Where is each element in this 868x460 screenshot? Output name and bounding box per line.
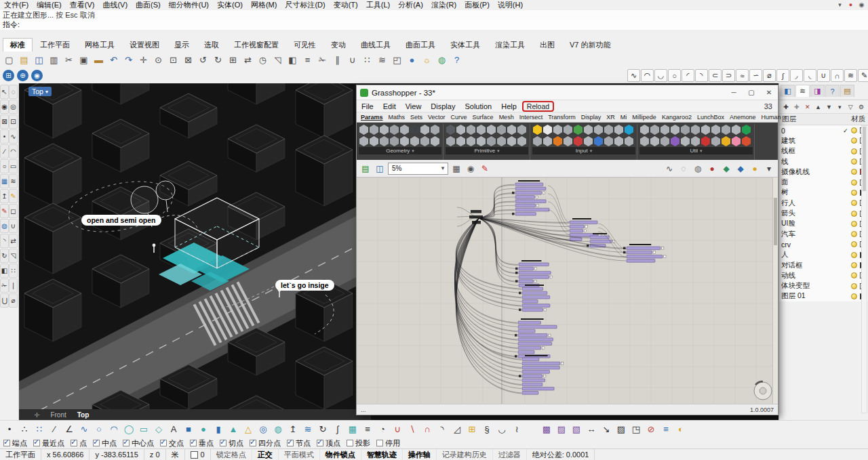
gh-component-icon[interactable] [671,136,679,146]
layer-row[interactable]: crv [779,239,868,249]
layer-visibility-bulb-icon[interactable] [851,127,857,133]
mirror-icon[interactable]: ◧ [285,53,300,66]
gh-tab[interactable]: Maths [386,114,408,121]
gh-component-icon[interactable] [691,136,700,146]
gh-group-label[interactable]: Geometry [359,147,441,154]
gh-component-icon[interactable] [640,125,649,135]
scale-icon[interactable]: ◹ [271,53,285,66]
redo-icon[interactable]: ↷ [121,53,136,66]
select-pointer-icon[interactable]: ↖ [0,85,9,99]
curve-icon[interactable]: ∿ [77,423,91,436]
gh-component-icon[interactable] [543,136,552,146]
toolbar-tab[interactable]: 选取 [197,38,226,51]
sphere-tool-icon[interactable]: ◍ [0,219,9,233]
circle-tool-icon[interactable]: ○ [0,159,9,173]
red-pen-icon[interactable]: ✎ [479,163,491,175]
menu-item[interactable]: 说明(H) [494,0,527,10]
arc-icon[interactable]: ◠ [641,69,654,82]
toolbar-tab[interactable]: 可见性 [286,38,323,51]
properties-icon[interactable]: ◰ [390,53,404,66]
menu-item[interactable]: 尺寸标注(D) [281,0,329,10]
status-toggle[interactable]: 物件锁点 [320,449,361,460]
points-icon[interactable]: ∴ [18,423,31,436]
layer-name[interactable]: 箭头 [781,209,843,218]
layer-visibility-bulb-icon[interactable] [851,169,857,175]
layer-name[interactable]: 0 [781,127,843,135]
gh-tab[interactable]: Intersect [517,114,546,121]
gh-component-icon[interactable] [380,136,389,146]
grid-icon[interactable]: ⊞ [226,53,240,66]
gh-component-icon[interactable] [359,136,368,146]
gh-component-icon[interactable] [420,136,429,146]
layer-settings-icon[interactable]: ⚙ [856,102,866,112]
gh-component-icon[interactable] [517,136,526,146]
flow-icon[interactable]: ≀ [510,423,524,436]
toolbar-tab[interactable]: 变动 [323,38,353,51]
layer-visibility-bulb-icon[interactable] [851,283,857,289]
gh-component-icon[interactable] [681,136,690,146]
rotate-tool-icon[interactable]: ↻ [0,249,9,263]
unlock-icon[interactable]: ⊡ [9,114,18,129]
polygon-icon[interactable]: ◇ [152,423,165,436]
material-icon[interactable]: ◍ [435,53,449,66]
osnap-checkbox[interactable] [347,440,353,446]
layer-visibility-bulb-icon[interactable] [851,262,857,268]
layers-tab-icon[interactable]: ≋ [795,85,810,97]
gh-zoom-select[interactable]: 5%▼ [388,163,448,175]
gh-component-icon[interactable] [380,125,389,135]
save-icon[interactable]: ◫ [32,53,46,66]
layer-row[interactable]: UI脸 [779,219,868,229]
layer-name[interactable]: crv [781,241,843,249]
layer-row[interactable]: 体块变型 [779,280,868,291]
gh-component-icon[interactable] [370,136,378,146]
boolean-tool-icon[interactable]: ∪ [9,219,18,233]
surface-tool-icon[interactable]: ▦ [0,174,9,188]
gh-component-icon[interactable] [660,136,669,146]
gh-tab[interactable]: Anemone [727,114,759,121]
rectangle-icon[interactable]: ▭ [137,423,151,436]
chamfer-icon[interactable]: ◿ [450,423,464,436]
contour-icon[interactable]: ≡ [659,423,673,436]
layer-name[interactable]: 动线 [781,271,843,280]
gh-component-icon[interactable] [625,136,633,146]
gh-component-icon[interactable] [722,125,730,135]
gh-component-icon[interactable] [533,125,542,135]
gh-tab[interactable]: XR [604,114,618,121]
osnap-checkbox[interactable] [33,440,40,446]
quadmesh-icon[interactable]: ▨ [555,423,568,436]
toolbar-tab[interactable]: 工作平面 [33,38,77,51]
osnap-checkbox[interactable] [317,440,323,446]
gh-tab[interactable]: Millipede [629,114,659,121]
notification-icon[interactable]: ● [846,1,855,9]
gh-component-icon[interactable] [390,136,399,146]
layer-name[interactable]: 树 [781,188,843,197]
gh-group-label[interactable]: Input [532,147,635,154]
gh-component-icon[interactable] [614,125,623,135]
open-file-icon[interactable]: ▤ [17,53,31,66]
sweep-icon[interactable]: ∫ [331,423,344,436]
layer-visibility-bulb-icon[interactable] [851,211,857,217]
osnap-item[interactable]: 投影 [347,438,370,448]
layer-row[interactable]: 对话框 [779,260,868,270]
gh-component-icon[interactable] [467,125,475,135]
osnap-checkbox[interactable] [160,440,167,446]
union-curve-icon[interactable]: ∪ [817,69,830,82]
ortho-toggle-icon[interactable]: ⊕ [17,70,28,81]
osnap-checkbox[interactable] [71,440,77,446]
pipe-icon[interactable]: ◍ [271,423,285,436]
osnap-item[interactable]: 切点 [220,438,243,448]
rotate-icon[interactable]: ◷ [256,53,270,66]
layer-visibility-bulb-icon[interactable] [851,272,857,278]
minimize-icon[interactable]: ─ [725,86,743,99]
menu-item[interactable]: 文件(F) [0,0,33,10]
grid-snap-icon[interactable]: ⊞ [3,70,14,81]
gh-component-icon[interactable] [584,136,593,146]
gh-component-icon[interactable] [477,125,486,135]
viewport-menu-caret-icon[interactable]: ▾ [45,89,48,95]
gh-component-icon[interactable] [732,136,741,146]
status-toggle[interactable]: 平面模式 [279,449,320,460]
layer-row[interactable]: 线框 [779,146,868,156]
rebuild-curve-icon[interactable]: ≈ [736,69,749,82]
help-icon[interactable]: ? [450,53,464,66]
menu-item[interactable]: 编辑(E) [33,0,66,10]
